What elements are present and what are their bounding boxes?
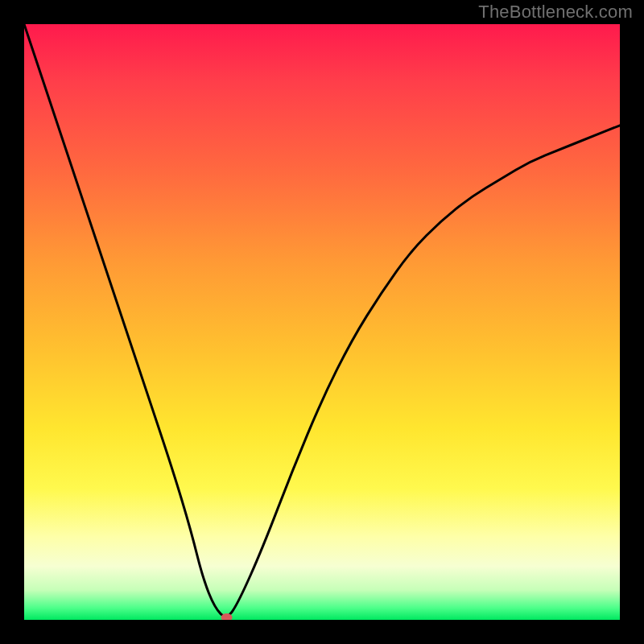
bottleneck-curve	[24, 24, 620, 617]
chart-frame: TheBottleneck.com	[0, 0, 644, 644]
watermark-text: TheBottleneck.com	[478, 2, 633, 23]
curve-svg	[24, 24, 620, 620]
plot-area	[24, 24, 620, 620]
